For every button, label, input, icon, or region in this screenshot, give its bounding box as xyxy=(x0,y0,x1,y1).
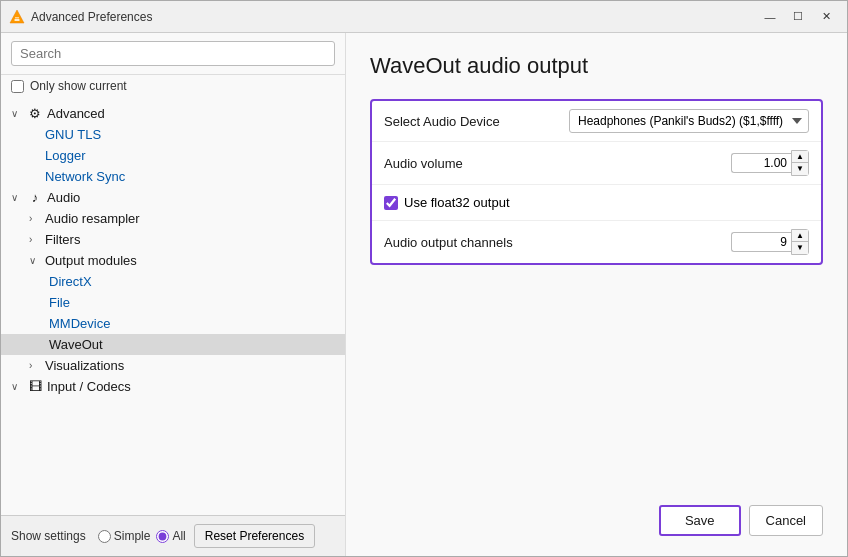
window-title: Advanced Preferences xyxy=(31,10,751,24)
all-radio[interactable] xyxy=(156,530,169,543)
sidebar: Only show current ∨ ⚙ Advanced GNU TLS L… xyxy=(1,33,346,556)
channels-input[interactable] xyxy=(731,232,791,252)
reset-preferences-button[interactable]: Reset Preferences xyxy=(194,524,315,548)
radio-group: Simple All xyxy=(98,529,186,543)
window-controls: — ☐ ✕ xyxy=(757,7,839,27)
sidebar-label-mmdevice: MMDevice xyxy=(49,316,110,331)
setting-control-channels: ▲ ▼ xyxy=(731,229,809,255)
sidebar-item-network-sync[interactable]: Network Sync xyxy=(1,166,345,187)
float32-checkbox-label[interactable]: Use float32 output xyxy=(384,195,510,210)
main-content: Only show current ∨ ⚙ Advanced GNU TLS L… xyxy=(1,33,847,556)
sidebar-label-network-sync: Network Sync xyxy=(45,169,125,184)
setting-control-float32: Use float32 output xyxy=(384,195,510,210)
main-panel: WaveOut audio output Select Audio Device… xyxy=(346,33,847,556)
sidebar-item-waveout[interactable]: WaveOut xyxy=(1,334,345,355)
setting-row-audio-volume: Audio volume ▲ ▼ xyxy=(372,142,821,185)
float32-checkbox[interactable] xyxy=(384,196,398,210)
expand-arrow-filters: › xyxy=(29,234,41,245)
sidebar-label-gnu-tls: GNU TLS xyxy=(45,127,101,142)
save-button[interactable]: Save xyxy=(659,505,741,536)
panel-title: WaveOut audio output xyxy=(370,53,823,79)
audio-icon: ♪ xyxy=(27,190,43,205)
sidebar-item-audio-resampler[interactable]: › Audio resampler xyxy=(1,208,345,229)
channels-spin-down[interactable]: ▼ xyxy=(792,242,808,254)
minimize-button[interactable]: — xyxy=(757,7,783,27)
simple-radio[interactable] xyxy=(98,530,111,543)
sidebar-label-input-codecs: Input / Codecs xyxy=(47,379,131,394)
sidebar-footer: Show settings Simple All Reset Preferenc… xyxy=(1,515,345,556)
gear-icon: ⚙ xyxy=(27,106,43,121)
codecs-icon: 🎞 xyxy=(27,379,43,394)
sidebar-item-input-codecs[interactable]: ∨ 🎞 Input / Codecs xyxy=(1,376,345,397)
setting-row-float32: Use float32 output xyxy=(372,185,821,221)
expand-arrow-audio: ∨ xyxy=(11,192,23,203)
show-settings-label: Show settings xyxy=(11,529,86,543)
app-window: Advanced Preferences — ☐ ✕ Only show cur… xyxy=(0,0,848,557)
simple-radio-option[interactable]: Simple xyxy=(98,529,151,543)
sidebar-item-filters[interactable]: › Filters xyxy=(1,229,345,250)
titlebar: Advanced Preferences — ☐ ✕ xyxy=(1,1,847,33)
float32-label: Use float32 output xyxy=(404,195,510,210)
simple-radio-label: Simple xyxy=(114,529,151,543)
cancel-button[interactable]: Cancel xyxy=(749,505,823,536)
sidebar-label-advanced: Advanced xyxy=(47,106,105,121)
expand-arrow-input-codecs: ∨ xyxy=(11,381,23,392)
expand-arrow-advanced: ∨ xyxy=(11,108,23,119)
search-input[interactable] xyxy=(11,41,335,66)
audio-device-select[interactable]: Headphones (Pankil's Buds2) ($1,$ffff) D… xyxy=(569,109,809,133)
sidebar-item-advanced[interactable]: ∨ ⚙ Advanced xyxy=(1,103,345,124)
expand-arrow-output: ∨ xyxy=(29,255,41,266)
setting-row-channels: Audio output channels ▲ ▼ xyxy=(372,221,821,263)
sidebar-label-logger: Logger xyxy=(45,148,85,163)
sidebar-label-directx: DirectX xyxy=(49,274,92,289)
sidebar-item-gnu-tls[interactable]: GNU TLS xyxy=(1,124,345,145)
bottom-bar: Save Cancel xyxy=(370,489,823,536)
volume-input[interactable] xyxy=(731,153,791,173)
volume-spin-up[interactable]: ▲ xyxy=(792,151,808,163)
sidebar-item-visualizations[interactable]: › Visualizations xyxy=(1,355,345,376)
sidebar-label-filters: Filters xyxy=(45,232,80,247)
sidebar-item-audio[interactable]: ∨ ♪ Audio xyxy=(1,187,345,208)
sidebar-label-audio: Audio xyxy=(47,190,80,205)
sidebar-label-visualizations: Visualizations xyxy=(45,358,124,373)
sidebar-item-output-modules[interactable]: ∨ Output modules xyxy=(1,250,345,271)
setting-control-volume: ▲ ▼ xyxy=(731,150,809,176)
sidebar-item-mmdevice[interactable]: MMDevice xyxy=(1,313,345,334)
settings-section: Select Audio Device Headphones (Pankil's… xyxy=(370,99,823,265)
setting-label-audio-volume: Audio volume xyxy=(384,156,731,171)
volume-input-group: ▲ ▼ xyxy=(731,150,809,176)
sidebar-label-resampler: Audio resampler xyxy=(45,211,140,226)
volume-spin-buttons: ▲ ▼ xyxy=(791,150,809,176)
maximize-button[interactable]: ☐ xyxy=(785,7,811,27)
all-radio-label: All xyxy=(172,529,185,543)
volume-spin-down[interactable]: ▼ xyxy=(792,163,808,175)
setting-row-audio-device: Select Audio Device Headphones (Pankil's… xyxy=(372,101,821,142)
expand-arrow-visualizations: › xyxy=(29,360,41,371)
svg-rect-2 xyxy=(15,17,19,19)
search-bar xyxy=(1,33,345,75)
sidebar-item-directx[interactable]: DirectX xyxy=(1,271,345,292)
sidebar-item-logger[interactable]: Logger xyxy=(1,145,345,166)
channels-input-group: ▲ ▼ xyxy=(731,229,809,255)
only-current-row: Only show current xyxy=(1,75,345,101)
channels-spin-up[interactable]: ▲ xyxy=(792,230,808,242)
sidebar-label-file: File xyxy=(49,295,70,310)
sidebar-label-waveout: WaveOut xyxy=(49,337,103,352)
all-radio-option[interactable]: All xyxy=(156,529,185,543)
close-button[interactable]: ✕ xyxy=(813,7,839,27)
setting-control-audio-device: Headphones (Pankil's Buds2) ($1,$ffff) D… xyxy=(569,109,809,133)
tree-view: ∨ ⚙ Advanced GNU TLS Logger Network Sync xyxy=(1,101,345,515)
expand-arrow-resampler: › xyxy=(29,213,41,224)
only-current-checkbox[interactable] xyxy=(11,80,24,93)
sidebar-item-file[interactable]: File xyxy=(1,292,345,313)
setting-label-channels: Audio output channels xyxy=(384,235,731,250)
app-icon xyxy=(9,9,25,25)
setting-label-audio-device: Select Audio Device xyxy=(384,114,569,129)
channels-spin-buttons: ▲ ▼ xyxy=(791,229,809,255)
svg-marker-0 xyxy=(10,10,24,23)
svg-rect-1 xyxy=(15,19,20,21)
only-current-label[interactable]: Only show current xyxy=(30,79,127,93)
sidebar-label-output: Output modules xyxy=(45,253,137,268)
